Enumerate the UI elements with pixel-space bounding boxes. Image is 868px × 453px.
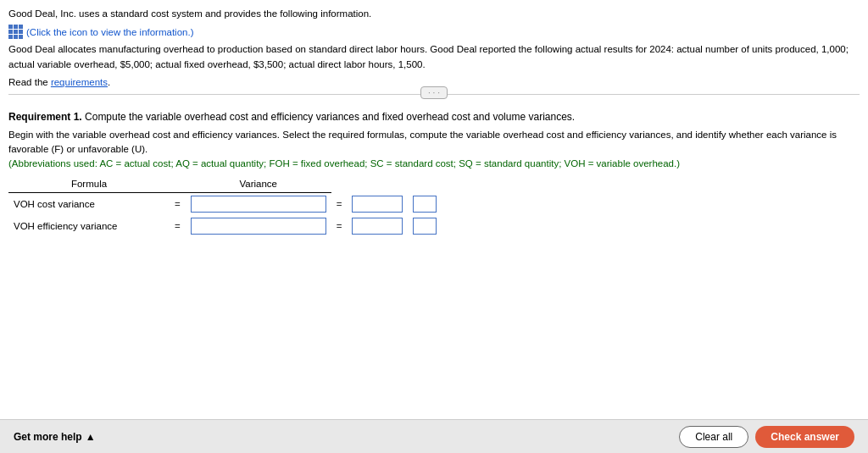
footer-buttons: Clear all Check answer — [679, 426, 854, 448]
requirements-link[interactable]: requirements — [51, 77, 108, 87]
voh-efficiency-label: VOH efficiency variance — [8, 215, 170, 237]
footer: Get more help ▲ Clear all Check answer — [0, 419, 868, 453]
check-answer-button[interactable]: Check answer — [755, 426, 854, 448]
voh-cost-variance-input[interactable] — [352, 196, 403, 213]
view-info-link[interactable]: (Click the icon to view the information.… — [26, 27, 194, 37]
intro-line1: Good Deal, Inc. uses a standard cost sys… — [8, 7, 860, 21]
table-row: VOH cost variance = = — [8, 193, 442, 216]
voh-cost-formula-input[interactable] — [191, 196, 326, 213]
voh-cost-fav-cell — [408, 193, 442, 216]
req-body: Compute the variable overhead cost and e… — [82, 111, 575, 123]
col-variance-header: Variance — [186, 177, 331, 193]
voh-efficiency-variance-cell — [347, 215, 408, 237]
voh-efficiency-variance-input[interactable] — [352, 218, 403, 235]
clear-all-button[interactable]: Clear all — [679, 426, 748, 448]
eq-sign-2: = — [331, 193, 348, 216]
main-content: Good Deal, Inc. uses a standard cost sys… — [0, 0, 868, 242]
table-row: VOH efficiency variance = = — [8, 215, 442, 237]
variance-table: Formula Variance VOH cost variance = = — [8, 177, 442, 237]
voh-efficiency-fav-input[interactable] — [413, 218, 437, 235]
instruction-text: Begin with the variable overhead cost an… — [8, 128, 860, 157]
voh-cost-label: VOH cost variance — [8, 193, 170, 216]
req-title: Requirement 1. Compute the variable over… — [8, 111, 860, 123]
get-more-help-label: Get more help — [14, 431, 82, 443]
read-text: Read the — [8, 77, 51, 87]
abbrev-text: (Abbreviations used: AC = actual cost; A… — [8, 158, 860, 168]
grid-icon[interactable] — [8, 25, 23, 39]
get-more-help[interactable]: Get more help ▲ — [14, 431, 96, 443]
col-formula-header: Formula — [8, 177, 170, 193]
requirement-section: Requirement 1. Compute the variable over… — [8, 106, 860, 243]
voh-efficiency-formula-input[interactable] — [191, 218, 326, 235]
voh-efficiency-formula-cell — [186, 215, 331, 237]
voh-cost-formula-cell — [186, 193, 331, 216]
icon-link-row: (Click the icon to view the information.… — [8, 25, 860, 39]
read-req: Read the requirements. — [8, 77, 860, 87]
eq-sign-4: = — [331, 215, 348, 237]
divider-handle[interactable]: · · · — [420, 86, 448, 99]
voh-efficiency-fav-cell — [408, 215, 442, 237]
problem-text: Good Deal allocates manufacturing overhe… — [8, 42, 860, 72]
eq-sign-1: = — [170, 193, 186, 216]
eq-sign-3: = — [170, 215, 186, 237]
divider-row: · · · — [8, 94, 860, 99]
voh-cost-variance-cell — [347, 193, 408, 216]
req-num: Requirement 1. — [8, 111, 82, 123]
read-end: . — [108, 77, 110, 87]
help-arrow-icon: ▲ — [86, 431, 96, 443]
voh-cost-fav-input[interactable] — [413, 196, 437, 213]
